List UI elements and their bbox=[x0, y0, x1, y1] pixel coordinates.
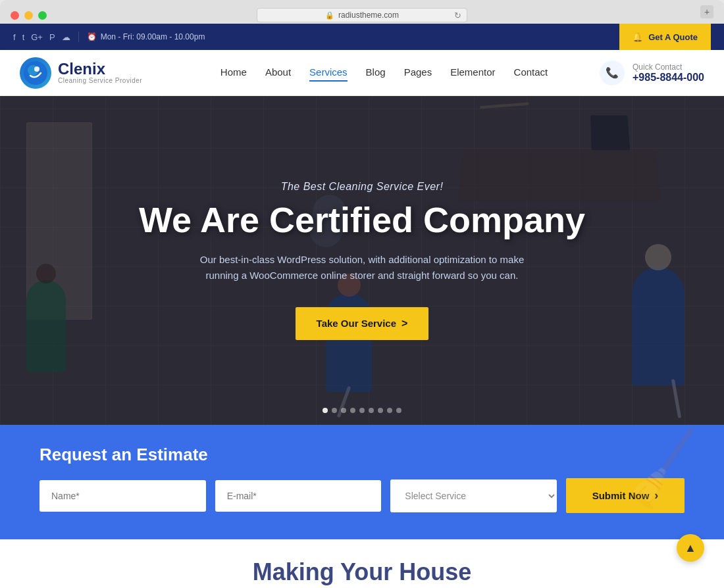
separator bbox=[78, 32, 79, 42]
traffic-light-close[interactable] bbox=[11, 11, 19, 20]
nav-link-home[interactable]: Home bbox=[220, 64, 247, 82]
top-bar: f t G+ P ☁ ⏰ Mon - Fri: 09.00am - 10.00p… bbox=[0, 24, 724, 50]
dot-4[interactable] bbox=[350, 408, 355, 413]
url-text: radiustheme.com bbox=[338, 11, 399, 20]
refresh-icon[interactable]: ↻ bbox=[454, 11, 461, 20]
slide-dots bbox=[323, 408, 401, 413]
hero-subtitle: The Best Cleaning Service Ever! bbox=[281, 181, 444, 193]
dot-6[interactable] bbox=[369, 408, 374, 413]
top-bar-left: f t G+ P ☁ ⏰ Mon - Fri: 09.00am - 10.00p… bbox=[13, 32, 205, 42]
nav-bar: Clenix Cleaning Service Provider Home Ab… bbox=[0, 50, 724, 96]
logo-tagline: Cleaning Service Provider bbox=[58, 77, 142, 84]
cta-label: Take Our Service bbox=[317, 318, 396, 329]
logo-area[interactable]: Clenix Cleaning Service Provider bbox=[20, 57, 142, 89]
nav-link-about[interactable]: About bbox=[265, 64, 291, 82]
nav-link-contact[interactable]: Contact bbox=[514, 64, 548, 82]
logo-svg bbox=[24, 61, 47, 85]
estimate-bg-icon: 🧹 bbox=[616, 425, 711, 516]
svg-point-2 bbox=[34, 66, 39, 72]
estimate-title: Request an Estimate bbox=[39, 445, 685, 465]
contact-phone[interactable]: +985-8844-000 bbox=[633, 72, 704, 84]
estimate-form: Slelect Service House Cleaning Office Cl… bbox=[39, 478, 685, 513]
dot-7[interactable] bbox=[378, 408, 383, 413]
get-quote-label: Get A Quote bbox=[648, 32, 698, 42]
dot-5[interactable] bbox=[359, 408, 365, 413]
address-bar[interactable]: 🔒 radiustheme.com ↻ bbox=[257, 8, 467, 22]
service-select[interactable]: Slelect Service House Cleaning Office Cl… bbox=[390, 479, 557, 512]
lock-icon: 🔒 bbox=[325, 11, 334, 20]
add-tab-button[interactable]: + bbox=[700, 5, 713, 18]
contact-info: Quick Contact +985-8844-000 bbox=[633, 62, 704, 84]
contact-label: Quick Contact bbox=[633, 62, 704, 72]
phone-icon: 📞 bbox=[600, 61, 625, 86]
social-icons: f t G+ P ☁ bbox=[13, 32, 70, 42]
get-quote-button[interactable]: 🔔 Get A Quote bbox=[619, 24, 711, 50]
google-plus-icon[interactable]: G+ bbox=[31, 32, 43, 42]
nav-link-blog[interactable]: Blog bbox=[366, 64, 386, 82]
traffic-light-fullscreen[interactable] bbox=[38, 11, 47, 20]
nav-link-services[interactable]: Services bbox=[309, 64, 348, 82]
cta-arrow-icon: > bbox=[401, 318, 407, 330]
quick-contact: 📞 Quick Contact +985-8844-000 bbox=[600, 61, 704, 86]
dot-9[interactable] bbox=[396, 408, 401, 413]
dot-3[interactable] bbox=[341, 408, 346, 413]
hero-description: Our best-in-class WordPress solution, wi… bbox=[191, 252, 533, 283]
pinterest-icon[interactable]: P bbox=[49, 32, 55, 42]
bell-icon: 🔔 bbox=[633, 32, 643, 42]
nav-link-pages[interactable]: Pages bbox=[404, 64, 432, 82]
dot-1[interactable] bbox=[323, 408, 328, 413]
schedule-label: Mon - Fri: 09.00am - 10.00pm bbox=[101, 32, 205, 41]
estimate-section: 🧹 Request an Estimate Slelect Service Ho… bbox=[0, 425, 724, 539]
dot-2[interactable] bbox=[332, 408, 337, 413]
clock-icon: ⏰ bbox=[87, 32, 97, 41]
cta-button[interactable]: Take Our Service > bbox=[296, 307, 429, 340]
logo-name: Clenix bbox=[58, 61, 142, 77]
bottom-title: Making Your House bbox=[253, 558, 472, 586]
logo-text-area: Clenix Cleaning Service Provider bbox=[58, 61, 142, 84]
facebook-icon[interactable]: f bbox=[13, 32, 16, 42]
hero-content: The Best Cleaning Service Ever! We Are C… bbox=[0, 96, 724, 425]
nav-link-elementor[interactable]: Elementor bbox=[450, 64, 495, 82]
hero-section: The Best Cleaning Service Ever! We Are C… bbox=[0, 96, 724, 425]
logo-icon bbox=[20, 57, 51, 89]
traffic-light-minimize[interactable] bbox=[24, 11, 33, 20]
window-chrome: 🔒 radiustheme.com ↻ + bbox=[0, 0, 724, 24]
dot-8[interactable] bbox=[387, 408, 392, 413]
twitter-icon[interactable]: t bbox=[22, 32, 25, 42]
nav-links: Home About Services Blog Pages Elementor… bbox=[168, 64, 600, 82]
browser-content: f t G+ P ☁ ⏰ Mon - Fri: 09.00am - 10.00p… bbox=[0, 24, 724, 588]
scroll-top-button[interactable]: ▲ bbox=[677, 534, 704, 562]
hero-title: We Are Certified Company bbox=[139, 201, 585, 239]
bottom-section: Making Your House bbox=[0, 539, 724, 588]
email-input[interactable] bbox=[215, 480, 382, 512]
snapchat-icon[interactable]: ☁ bbox=[62, 32, 70, 42]
schedule-text: ⏰ Mon - Fri: 09.00am - 10.00pm bbox=[87, 32, 205, 41]
name-input[interactable] bbox=[39, 480, 206, 512]
scroll-top-icon: ▲ bbox=[685, 541, 696, 555]
